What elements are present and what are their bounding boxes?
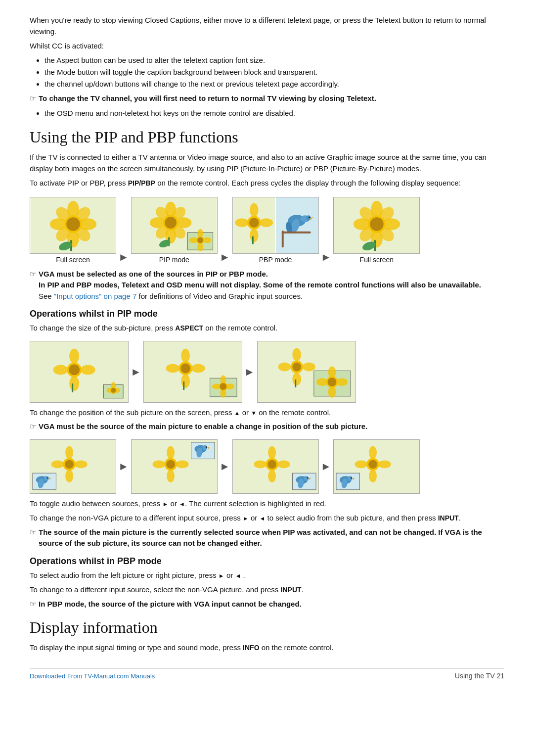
pos-4 (333, 439, 420, 494)
note-change-tv-text: To change the TV channel, you will first… (39, 93, 376, 104)
pos-box-2 (131, 439, 218, 494)
svg-rect-50 (281, 231, 283, 247)
pip-arrow-1: ► (131, 366, 141, 378)
svg-point-136 (268, 446, 276, 459)
svg-point-157 (351, 477, 352, 478)
pbp-para-1: To select audio from the left picture or… (30, 569, 504, 581)
screen-group-3: PBP mode (232, 197, 319, 264)
note-vga1-block: ☞ VGA must be selected as one of the sou… (30, 269, 504, 302)
svg-point-104 (328, 386, 336, 398)
svg-point-113 (75, 460, 88, 468)
svg-point-99 (292, 362, 301, 371)
svg-point-90 (212, 383, 221, 389)
pip-size-2 (143, 341, 242, 403)
note-vga2-block: ☞ VGA must be the source of the main pic… (30, 421, 504, 432)
svg-point-70 (69, 364, 80, 375)
screen-fullscreen-2 (333, 197, 420, 254)
svg-point-69 (81, 365, 95, 375)
right-arrow-icon-1: ► (163, 500, 169, 509)
pip-pbp-heading: Using the PIP and PBP functions (30, 128, 504, 146)
right-arrow-icon-2: ► (243, 514, 249, 523)
svg-point-123 (167, 446, 175, 459)
svg-point-124 (167, 470, 175, 482)
display-info-para: To display the input signal timing or ty… (30, 642, 504, 654)
bullet-mode: the Mode button will toggle the caption … (44, 66, 504, 78)
note-main-src-block: ☞ The source of the main picture is the … (30, 527, 504, 549)
bullet-channel: the channel up/down buttons will change … (44, 78, 504, 90)
svg-point-88 (220, 375, 226, 384)
left-arrow-icon-2: ◄ (259, 514, 265, 523)
note-pbp-text: In PBP mode, the source of the picture w… (39, 599, 302, 610)
svg-point-140 (267, 460, 276, 469)
svg-point-61 (370, 217, 384, 231)
svg-point-98 (303, 362, 315, 371)
svg-point-45 (309, 217, 310, 218)
svg-point-114 (65, 460, 74, 469)
screen-pbp (232, 197, 319, 254)
svg-point-38 (259, 218, 273, 227)
pip-toggle-para: To toggle audio between sources, press ►… (30, 498, 504, 509)
up-arrow-icon: ▲ (234, 409, 240, 418)
svg-point-36 (249, 229, 258, 242)
screen-fullscreen-1 (30, 197, 116, 254)
aspect-key: ASPECT (175, 324, 203, 332)
pip-size-box-2 (143, 341, 242, 403)
svg-rect-100 (295, 379, 296, 387)
svg-point-84 (180, 363, 190, 373)
svg-point-29 (197, 242, 203, 251)
cc-bullets: the Aspect button can be used to alter t… (40, 54, 504, 90)
svg-point-150 (369, 470, 377, 482)
note-icon-1: ☞ (30, 93, 36, 104)
input-key-2: INPUT (281, 586, 302, 594)
svg-point-112 (51, 460, 64, 468)
svg-point-126 (176, 460, 189, 468)
svg-rect-49 (281, 232, 311, 234)
svg-point-131 (206, 446, 207, 448)
bullet-osd: the OSD menu and non-teletext hot keys o… (44, 107, 504, 119)
pos-1 (30, 439, 116, 494)
left-arrow-icon-1: ◄ (179, 500, 185, 509)
svg-point-149 (369, 446, 377, 459)
label-fullscreen-2: Full screen (333, 256, 420, 264)
svg-point-125 (152, 460, 165, 468)
label-fullscreen-1: Full screen (30, 256, 116, 264)
svg-point-107 (327, 378, 336, 386)
svg-point-96 (292, 373, 301, 385)
note-vga1-text: VGA must be selected as one of the sourc… (39, 269, 481, 302)
footer-link[interactable]: Downloaded From TV-Manual.com Manuals (30, 672, 155, 680)
svg-point-81 (181, 374, 190, 388)
svg-point-80 (181, 349, 190, 363)
down-arrow-icon: ▼ (251, 409, 257, 418)
svg-point-144 (307, 477, 308, 478)
pip-position-para: To change the position of the sub pictur… (30, 407, 504, 418)
note-icon-2: ☞ (30, 269, 36, 280)
svg-point-137 (268, 470, 276, 482)
svg-point-31 (203, 237, 212, 243)
svg-point-77 (111, 388, 116, 393)
bullet-aspect: the Aspect button can be used to alter t… (44, 54, 504, 66)
screen-pip (131, 197, 218, 254)
svg-point-151 (355, 460, 368, 468)
input-key-1: INPUT (438, 514, 459, 522)
pos-2 (131, 439, 218, 494)
screen-group-1: Full screen (30, 197, 116, 264)
pip-aspect-para: To change the size of the sub-picture, p… (30, 322, 504, 334)
pip-size-box-1 (30, 341, 129, 403)
svg-point-37 (235, 218, 249, 227)
footer: Downloaded From TV-Manual.com Manuals Us… (30, 668, 504, 680)
info-key: INFO (243, 644, 259, 652)
pip-size-1 (30, 341, 129, 403)
arrow-2: ► (220, 251, 230, 264)
pip-intro-1: If the TV is connected to either a TV an… (30, 151, 504, 175)
svg-point-89 (220, 389, 226, 398)
left-arrow-icon-3: ◄ (235, 571, 241, 581)
svg-rect-85 (183, 381, 184, 390)
svg-point-152 (378, 460, 391, 468)
note-main-src-text: The source of the main picture is the cu… (39, 527, 504, 549)
pip-intro-2-pre: To activate PIP or PBP, press (30, 179, 128, 187)
arrow-1: ► (118, 251, 129, 264)
svg-point-91 (225, 383, 234, 389)
svg-point-44 (306, 215, 311, 220)
pip-intro-2-post: on the remote control. Each press cycles… (155, 179, 461, 187)
svg-point-74 (111, 382, 116, 389)
